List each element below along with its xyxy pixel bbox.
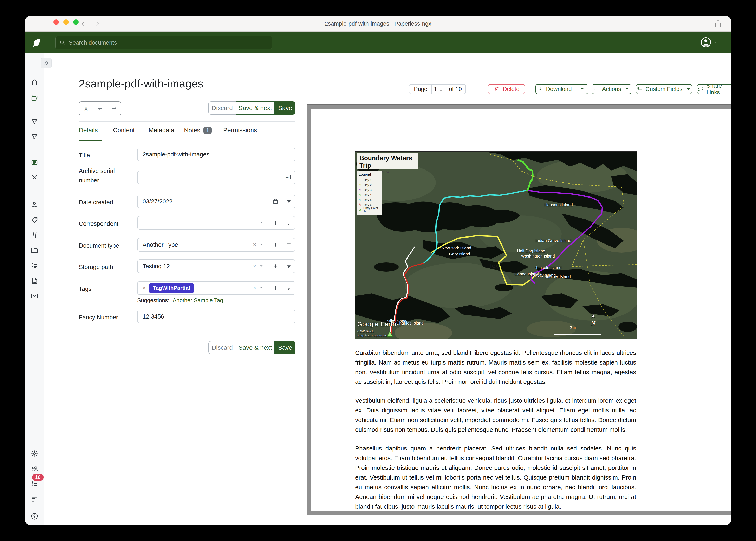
correspondent-label: Correspondent [79,219,132,229]
island-label: Lincoln Island [536,266,561,270]
global-search[interactable] [55,36,272,49]
plus-icon [272,285,279,291]
trash-icon [494,86,500,92]
open-document-icon [31,159,38,166]
sidebar-item-help[interactable] [25,510,44,522]
sidebar-item-users-groups[interactable] [25,463,44,475]
chevron-down-icon [713,40,718,45]
tab-metadata[interactable]: Metadata [149,127,174,134]
clear-icon[interactable]: × [253,242,256,248]
storage-path-suggestions-button[interactable] [282,260,295,272]
fancy-number-input[interactable] [143,313,283,320]
sidebar-item-tags[interactable] [25,214,44,226]
page-number-input[interactable]: 1 [434,86,437,92]
route-dots-icon [359,178,362,182]
chevron-down-icon [259,220,264,227]
page-spinner[interactable] [439,86,443,92]
asn-field-label: Archive serial number [79,166,132,185]
sidebar-expand-button[interactable] [41,58,52,68]
tag-pill[interactable]: TagWithPartial [149,283,194,293]
sidebar-item-open-document[interactable] [25,156,44,169]
sidebar-item-mail[interactable] [25,290,44,302]
suggested-tag-link[interactable]: Another Sample Tag [173,297,223,303]
add-document-type-button[interactable] [269,238,282,251]
download-options-caret[interactable] [576,85,588,94]
ellipsis-icon [593,86,599,92]
title-input[interactable] [143,151,290,158]
sidebar-item-settings[interactable] [25,447,44,460]
compass-icon: N [591,313,596,327]
clear-icon[interactable]: × [253,263,256,270]
tab-notes[interactable]: Notes1 [184,127,212,134]
asn-input[interactable] [143,174,270,181]
fancy-number-spinner[interactable] [286,313,290,319]
correspondent-suggestions-button[interactable] [282,217,295,229]
save-button[interactable]: Save [275,341,295,354]
document-type-suggestions-button[interactable] [282,238,295,251]
save-and-next-button[interactable]: Save & next [236,341,275,354]
tag-suggestions-button[interactable] [282,281,295,294]
field-list-icon [637,86,643,92]
save-group-bottom: Discard Save & next Save [208,341,295,354]
discard-button[interactable]: Discard [208,341,236,354]
asn-spinner[interactable] [273,175,277,181]
page-label: Page [409,85,431,94]
island-label: New York Island [442,246,471,251]
download-split-button[interactable]: Download [535,84,588,94]
divider [79,333,295,334]
search-input[interactable] [68,39,268,46]
close-document-button[interactable]: x [79,102,93,115]
tab-content[interactable]: Content [113,127,135,134]
sidebar-item-close-all-documents[interactable] [25,171,44,184]
sidebar-item-correspondents[interactable] [25,199,44,211]
add-storage-path-button[interactable] [269,260,282,272]
tab-permissions[interactable]: Permissions [223,127,257,134]
correspondent-select[interactable] [138,217,269,229]
share-icon[interactable] [713,19,723,29]
share-links-dropdown[interactable]: Share Links [697,84,731,94]
screenshot-root: 2sample-pdf-with-images - Paperless-ngx … [0,0,756,541]
sidebar-item-tasks[interactable]: 16 [25,477,44,490]
map-scale-bar [554,331,601,335]
sidebar-item-saved-view-1[interactable] [25,116,44,128]
sidebar-item-logs[interactable] [25,493,44,505]
tab-details[interactable]: Details [79,127,98,134]
storage-paths-icon [31,247,38,254]
sidebar-item-dashboard[interactable] [25,76,44,89]
document-type-select[interactable]: Another Type × [138,238,269,251]
sidebar-item-storage-paths[interactable] [25,244,44,257]
sidebar-item-saved-view-2[interactable] [25,131,44,143]
actions-dropdown[interactable]: Actions [592,84,631,94]
help-icon [31,512,38,520]
custom-fields-dropdown[interactable]: Custom Fields [636,84,692,94]
tags-select[interactable]: × TagWithPartial × [138,281,269,294]
discard-button[interactable]: Discard [208,101,236,115]
filter-icon [286,242,292,248]
date-created-input[interactable] [143,198,264,205]
clear-icon[interactable]: × [253,285,256,291]
sidebar-item-documents[interactable] [25,92,44,104]
date-suggestions-button[interactable] [282,195,295,208]
save-and-next-button[interactable]: Save & next [236,101,275,115]
user-menu[interactable] [700,37,718,48]
pdf-preview-panel: Boundary Waters Trip Six days in BWCA Le… [307,104,731,515]
save-button[interactable]: Save [275,101,295,115]
sidebar-item-workflows[interactable] [25,274,44,287]
tag-suggestions: Suggestions:Another Sample Tag [137,297,223,304]
add-correspondent-button[interactable] [269,217,282,229]
add-tag-button[interactable] [269,281,282,294]
custom-fields-icon [31,262,38,270]
next-document-button[interactable] [107,102,121,115]
download-button[interactable]: Download [536,86,573,92]
window-title: 2sample-pdf-with-images - Paperless-ngx [25,16,731,31]
legend-rows: Day 1Day 2Day 3Day 4Day 5Day 6Entry Poin… [359,178,380,212]
delete-button[interactable]: Delete [488,84,525,94]
previous-document-button[interactable] [93,102,107,115]
storage-path-select[interactable]: Testing 12 × [138,260,269,272]
asn-plus-one-button[interactable]: +1 [282,171,295,184]
map-copyright: © 2017 Google [357,330,374,333]
sidebar-item-custom-fields[interactable] [25,260,44,272]
calendar-button[interactable] [269,195,282,208]
remove-tag-icon[interactable]: × [143,285,146,291]
sidebar-item-document-types[interactable] [25,229,44,241]
